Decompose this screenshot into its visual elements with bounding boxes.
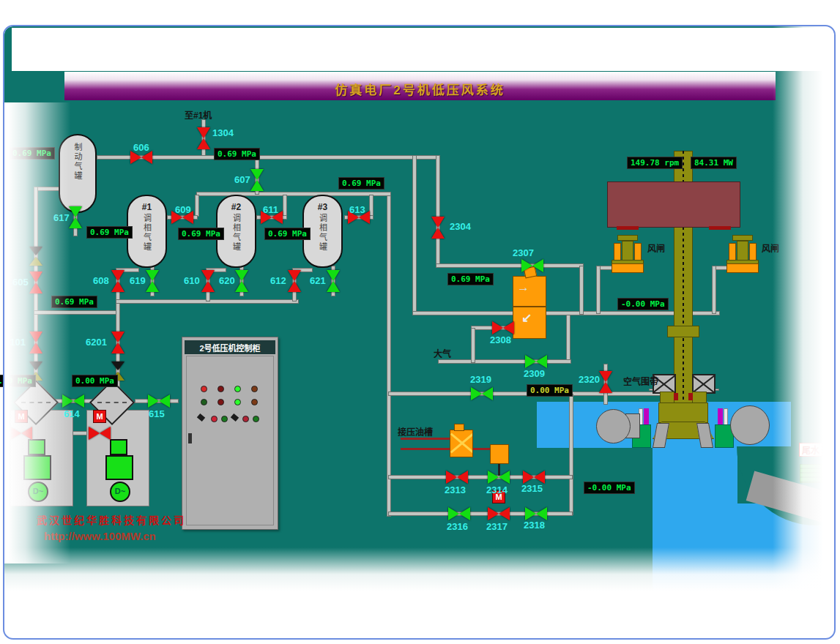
indicator-light xyxy=(242,416,249,422)
valve-2317[interactable] xyxy=(488,507,510,520)
valve-614[interactable] xyxy=(62,394,84,408)
seal-cell xyxy=(674,393,678,400)
cabinet-handle[interactable] xyxy=(188,433,192,443)
pressure-display: 0.00 MPa xyxy=(527,384,573,397)
tank-name: 调相气罐 xyxy=(317,214,329,252)
valve-2308[interactable] xyxy=(492,321,514,334)
pressure-display: 0.69 MPa xyxy=(9,147,55,160)
tank-name: 制动气罐 xyxy=(72,143,83,181)
valve-2307[interactable] xyxy=(521,259,543,272)
compressor-body[interactable] xyxy=(23,455,51,480)
valve-2319[interactable] xyxy=(471,387,493,400)
pressure-display: -0.00 MPa xyxy=(617,298,669,310)
pressure-display: 0.00 MPa xyxy=(72,375,118,387)
brake-post xyxy=(634,243,642,261)
valve-2318[interactable] xyxy=(525,507,547,520)
valve-6101[interactable] xyxy=(29,332,42,353)
valve-label-2316: 2316 xyxy=(447,521,468,532)
company-name: 武汉世纪华胜科技有限公司 xyxy=(37,512,186,527)
valve-label-2314: 2314 xyxy=(486,484,508,495)
valve-label-615: 615 xyxy=(149,408,165,419)
valve-6201[interactable] xyxy=(111,332,124,353)
valve-label-613: 613 xyxy=(349,204,365,215)
pipe xyxy=(412,155,417,315)
title-bar: 仿真电厂2号机低压风系统 xyxy=(64,72,776,100)
valve-1304[interactable] xyxy=(197,127,210,149)
tailrace-gate[interactable] xyxy=(800,464,830,483)
valve-disc-icon xyxy=(503,321,514,334)
valve-label-2313: 2313 xyxy=(445,484,466,495)
valve-label-620: 620 xyxy=(219,275,235,286)
indicator-light xyxy=(251,386,258,392)
filter-line xyxy=(97,402,127,403)
tank-tag: #2 xyxy=(231,202,241,212)
valve-617[interactable] xyxy=(69,206,82,228)
compressor-motor[interactable]: D~ xyxy=(28,482,48,502)
valve-label-607: 607 xyxy=(234,174,250,185)
valve-disc-icon xyxy=(235,281,248,292)
valve-label-6201: 6201 xyxy=(86,337,107,348)
valve-disc-icon xyxy=(492,321,503,334)
valve-2315[interactable] xyxy=(523,471,545,484)
valve-disc-icon xyxy=(499,471,510,484)
valve-disc-icon xyxy=(89,427,100,440)
indicator-light xyxy=(211,416,218,422)
indicator-light xyxy=(201,399,207,405)
motor-actuator-[interactable]: M xyxy=(93,410,106,423)
indicator-light xyxy=(234,386,241,392)
valve-2316[interactable] xyxy=(448,507,470,520)
valve-2313[interactable] xyxy=(446,471,468,484)
pipe xyxy=(436,263,584,268)
indicator-light xyxy=(218,399,224,405)
tank-brake: 制动气罐 xyxy=(59,134,97,213)
valve-disc-icon xyxy=(111,342,124,353)
pressure-display: 0.00 MPa xyxy=(0,375,36,387)
valve-disc-icon xyxy=(250,180,264,191)
motor-actuator-[interactable]: M xyxy=(15,410,28,423)
pressure-display: 0.69 MPa xyxy=(86,226,133,239)
pipe xyxy=(387,192,391,517)
servomotor-ball xyxy=(596,409,631,443)
valve-disc-icon xyxy=(536,355,547,368)
pipe xyxy=(566,315,570,363)
valve-motor[interactable] xyxy=(10,427,32,440)
valve-615[interactable] xyxy=(148,394,170,408)
compressor-body[interactable] xyxy=(105,455,133,480)
valve-605[interactable] xyxy=(29,272,42,293)
cabinet-door[interactable] xyxy=(186,356,274,525)
brake-shoe[interactable] xyxy=(726,263,759,273)
valve-621[interactable] xyxy=(327,270,340,292)
valve-612[interactable] xyxy=(288,270,301,292)
valve-608[interactable] xyxy=(111,270,124,292)
valve-label-611: 611 xyxy=(263,204,278,215)
valve-disc-icon xyxy=(197,138,210,149)
tank-tag: #3 xyxy=(318,202,327,212)
check-valve-icon xyxy=(29,247,42,266)
valve-disc-icon xyxy=(288,281,301,292)
valve-2320[interactable] xyxy=(599,371,612,393)
valve-2309[interactable] xyxy=(525,355,547,368)
pipe xyxy=(438,359,571,364)
compressor-motor[interactable]: D~ xyxy=(110,482,130,502)
pipe xyxy=(712,266,716,314)
brake-shoe[interactable] xyxy=(612,263,644,273)
valve-motor[interactable] xyxy=(89,427,111,440)
valve-label-606: 606 xyxy=(133,142,149,153)
pipe xyxy=(436,155,440,268)
oil-tank-device[interactable] xyxy=(450,430,473,457)
valve-607[interactable] xyxy=(250,169,264,191)
cabinet-header: 2号低压机控制柜 xyxy=(185,340,275,354)
valve-disc-icon xyxy=(10,427,21,440)
valve-610[interactable] xyxy=(201,270,215,292)
valve-disc-icon xyxy=(146,270,159,281)
valve-2304[interactable] xyxy=(431,217,445,239)
valve-619[interactable] xyxy=(146,270,159,292)
valve-label-2309: 2309 xyxy=(524,368,545,379)
valve-disc-icon xyxy=(73,394,84,408)
oil-valve-box[interactable] xyxy=(490,444,509,464)
indicator-light xyxy=(251,399,258,405)
valve-2314[interactable] xyxy=(488,471,510,484)
oil-device-tab xyxy=(454,424,464,431)
pressure-display: 0.69 MPa xyxy=(214,148,260,160)
valve-620[interactable] xyxy=(235,270,248,292)
